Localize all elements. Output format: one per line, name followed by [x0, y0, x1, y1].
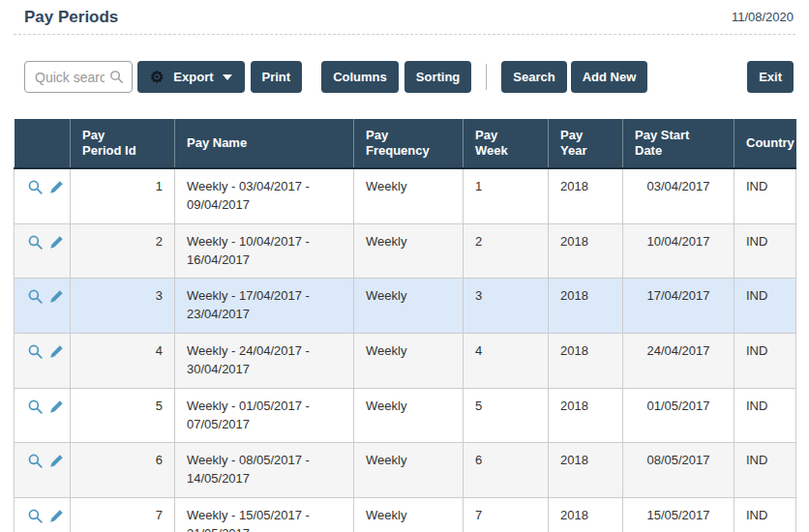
row-actions-cell — [15, 279, 71, 334]
cell-pay-name: Weekly - 17/04/2017 - 23/04/2017 — [175, 279, 354, 334]
cell-pay-frequency: Weekly — [354, 334, 464, 389]
export-button-label: Export — [173, 70, 213, 84]
cell-country: IND — [734, 334, 796, 389]
edit-icon[interactable] — [47, 287, 66, 311]
search-button[interactable]: Search — [501, 61, 566, 93]
view-icon[interactable] — [26, 452, 45, 476]
table-row[interactable]: 2Weekly - 10/04/2017 - 16/04/2017Weekly2… — [15, 223, 796, 279]
edit-icon[interactable] — [47, 178, 66, 202]
quick-search-input[interactable] — [24, 61, 133, 93]
column-header-pay-week: Pay Week — [464, 119, 549, 168]
cell-pay-frequency: Weekly — [354, 279, 464, 334]
cell-country: IND — [734, 443, 796, 498]
export-button[interactable]: ⚙ Export — [137, 61, 245, 93]
cell-country: IND — [734, 223, 796, 279]
cell-pay-frequency: Weekly — [354, 388, 464, 443]
sorting-button[interactable]: Sorting — [404, 61, 472, 93]
row-actions-cell — [15, 168, 71, 223]
columns-button-label: Columns — [333, 70, 387, 84]
cell-pay-start-date: 17/04/2017 — [623, 279, 734, 334]
cell-country: IND — [734, 498, 796, 532]
view-icon[interactable] — [26, 398, 45, 422]
cell-pay-week: 2 — [464, 223, 549, 279]
cell-pay-year: 2018 — [549, 334, 623, 389]
add-new-button[interactable]: Add New — [571, 61, 648, 93]
cell-pay-week: 6 — [464, 443, 549, 498]
cell-pay-week: 7 — [464, 498, 549, 532]
cell-pay-frequency: Weekly — [354, 168, 464, 223]
column-header-pay-year: Pay Year — [549, 119, 623, 168]
header-divider — [14, 34, 795, 35]
row-actions-cell — [15, 223, 71, 279]
quick-search-box — [24, 61, 133, 93]
table-row[interactable]: 1Weekly - 03/04/2017 - 09/04/2017Weekly1… — [15, 168, 796, 223]
view-icon[interactable] — [26, 178, 45, 202]
exit-button[interactable]: Exit — [747, 61, 794, 93]
edit-icon[interactable] — [47, 233, 66, 257]
edit-icon[interactable] — [47, 507, 66, 531]
cell-pay-period-id: 1 — [71, 168, 175, 223]
cell-pay-period-id: 2 — [71, 223, 175, 279]
table-header: Pay Period Id Pay Name Pay Frequency Pay… — [15, 119, 796, 168]
column-header-pay-period-id: Pay Period Id — [71, 119, 175, 168]
table-row[interactable]: 5Weekly - 01/05/2017 - 07/05/2017Weekly5… — [15, 388, 796, 443]
cell-country: IND — [734, 388, 796, 443]
cell-pay-week: 4 — [464, 334, 549, 389]
columns-button[interactable]: Columns — [321, 61, 399, 93]
pay-periods-table-container: Pay Period Id Pay Name Pay Frequency Pay… — [14, 119, 795, 532]
pay-periods-table-body: 1Weekly - 03/04/2017 - 09/04/2017Weekly1… — [15, 168, 796, 532]
cell-pay-period-id: 6 — [71, 443, 175, 498]
cell-pay-week: 5 — [464, 388, 549, 443]
row-actions-cell — [15, 498, 71, 532]
cell-pay-year: 2018 — [549, 498, 623, 532]
cell-pay-name: Weekly - 01/05/2017 - 07/05/2017 — [175, 388, 354, 443]
cell-pay-start-date: 15/05/2017 — [623, 498, 734, 532]
table-row[interactable]: 7Weekly - 15/05/2017 - 21/05/2017Weekly7… — [15, 498, 796, 532]
column-header-country: Country — [734, 119, 796, 168]
cell-pay-period-id: 7 — [71, 498, 175, 532]
edit-icon[interactable] — [47, 342, 66, 367]
edit-icon[interactable] — [47, 398, 66, 422]
add-new-button-label: Add New — [583, 70, 637, 84]
row-actions-cell — [15, 334, 71, 389]
cell-pay-period-id: 5 — [71, 388, 175, 443]
gear-icon: ⚙ — [150, 70, 164, 85]
cell-pay-name: Weekly - 15/05/2017 - 21/05/2017 — [175, 498, 354, 532]
pay-periods-table: Pay Period Id Pay Name Pay Frequency Pay… — [14, 119, 796, 532]
cell-pay-start-date: 10/04/2017 — [623, 223, 734, 279]
print-button-label: Print — [262, 70, 291, 84]
cell-country: IND — [734, 279, 796, 334]
cell-pay-frequency: Weekly — [354, 223, 464, 279]
cell-pay-week: 3 — [464, 279, 549, 334]
table-row[interactable]: 3Weekly - 17/04/2017 - 23/04/2017Weekly3… — [15, 279, 796, 334]
cell-pay-year: 2018 — [549, 223, 623, 279]
print-button[interactable]: Print — [251, 61, 303, 93]
cell-pay-year: 2018 — [549, 443, 623, 498]
view-icon[interactable] — [26, 342, 45, 367]
cell-pay-start-date: 01/05/2017 — [623, 388, 734, 443]
table-row[interactable]: 4Weekly - 24/04/2017 - 30/04/2017Weekly4… — [15, 334, 796, 389]
cell-pay-name: Weekly - 24/04/2017 - 30/04/2017 — [175, 334, 354, 389]
cell-pay-frequency: Weekly — [354, 443, 464, 498]
cell-pay-name: Weekly - 03/04/2017 - 09/04/2017 — [175, 168, 354, 223]
edit-icon[interactable] — [47, 452, 66, 476]
sorting-button-label: Sorting — [416, 70, 461, 84]
column-header-pay-start-date: Pay Start Date — [623, 119, 734, 168]
chevron-down-icon — [223, 74, 232, 80]
page-header: Pay Periods 11/08/2020 — [0, 0, 809, 27]
column-header-pay-name: Pay Name — [175, 119, 354, 168]
cell-pay-name: Weekly - 10/04/2017 - 16/04/2017 — [175, 223, 354, 279]
view-icon[interactable] — [26, 507, 45, 531]
row-actions-cell — [15, 443, 71, 498]
column-header-pay-frequency: Pay Frequency — [354, 119, 464, 168]
cell-pay-start-date: 08/05/2017 — [623, 443, 734, 498]
cell-pay-year: 2018 — [549, 168, 623, 223]
view-icon[interactable] — [26, 287, 45, 311]
column-header-actions — [15, 119, 71, 168]
toolbar-separator — [486, 64, 487, 90]
search-button-label: Search — [513, 70, 554, 84]
view-icon[interactable] — [26, 233, 45, 257]
cell-pay-start-date: 03/04/2017 — [623, 168, 734, 223]
cell-pay-year: 2018 — [549, 388, 623, 443]
table-row[interactable]: 6Weekly - 08/05/2017 - 14/05/2017Weekly6… — [15, 443, 796, 498]
